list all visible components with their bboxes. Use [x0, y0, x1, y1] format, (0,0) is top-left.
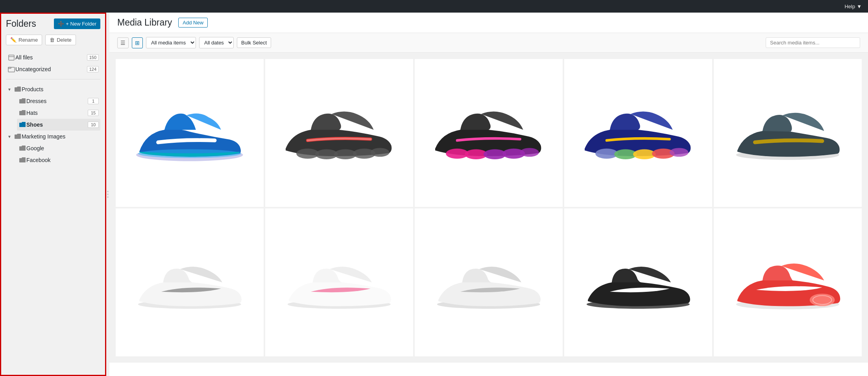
delete-button[interactable]: 🗑 Delete [45, 35, 76, 45]
folder-list: All files 150 Uncategorized 124 ▼ [6, 52, 100, 166]
sidebar-actions: ✏️ Rename 🗑 Delete [6, 35, 100, 45]
folder-group-marketing: ▼ Marketing Images Google [6, 131, 100, 166]
shoe-image-1 [127, 95, 253, 171]
shoes-count: 10 [88, 122, 99, 128]
folder-icon [14, 85, 22, 93]
list-view-button[interactable]: ☰ [117, 37, 129, 48]
trash-icon: 🗑 [50, 37, 55, 43]
folder-icon [18, 109, 26, 117]
media-item[interactable] [564, 59, 712, 207]
folder-icon [18, 97, 26, 105]
uncategorized-label: Uncategorized [15, 66, 87, 72]
folder-icon [18, 144, 26, 152]
shoe-image-6 [127, 245, 253, 320]
shoe-image-10 [725, 245, 851, 320]
media-item[interactable] [415, 208, 563, 356]
hats-count: 15 [88, 110, 99, 116]
list-icon: ☰ [120, 40, 126, 46]
add-new-button[interactable]: Add New [178, 18, 208, 28]
sidebar: Folders ➕ + New Folder ✏️ Rename 🗑 Delet… [0, 13, 106, 376]
divider [6, 79, 100, 79]
bulk-select-button[interactable]: Bulk Select [237, 37, 271, 48]
folder-icon [18, 156, 26, 164]
resizer-handle [107, 191, 109, 198]
shoe-image-7 [276, 245, 402, 320]
products-folder[interactable]: ▼ Products [6, 83, 100, 95]
shoe-image-3 [426, 95, 552, 171]
rename-button[interactable]: ✏️ Rename [6, 35, 42, 45]
new-folder-label: + New Folder [66, 21, 96, 27]
main-header: Media Library Add New [109, 13, 868, 33]
rename-icon: ✏️ [10, 37, 17, 43]
folder-item-facebook[interactable]: Facebook [17, 154, 100, 166]
folder-item-uncategorized[interactable]: Uncategorized 124 [6, 63, 100, 75]
media-item[interactable] [116, 59, 264, 207]
sidebar-title: Folders [6, 18, 36, 29]
media-grid [109, 53, 868, 363]
top-bar: Help ▼ [0, 0, 868, 13]
help-button[interactable]: Help ▼ [844, 4, 862, 9]
media-item[interactable] [265, 208, 413, 356]
main-content: Media Library Add New ☰ ⊞ All media item… [109, 13, 868, 376]
chevron-down-icon: ▼ [7, 135, 11, 139]
folder-item-google[interactable]: Google [17, 142, 100, 154]
svg-point-20 [670, 148, 689, 157]
dresses-count: 1 [88, 98, 99, 104]
media-item[interactable] [116, 208, 264, 356]
sidebar-resizer[interactable] [106, 13, 109, 376]
media-item[interactable] [714, 208, 862, 356]
plus-icon: ➕ [58, 21, 64, 27]
products-label: Products [22, 86, 43, 92]
svg-rect-3 [8, 67, 11, 68]
folder-group-products: ▼ Products Dresses 1 [6, 83, 100, 131]
facebook-label: Facebook [26, 157, 99, 163]
hats-label: Hats [26, 110, 88, 116]
help-label: Help [844, 4, 855, 9]
marketing-label: Marketing Images [22, 133, 65, 140]
folder-item-dresses[interactable]: Dresses 1 [17, 95, 100, 107]
marketing-subfolders: Google Facebook [6, 142, 100, 166]
products-subfolders: Dresses 1 Hats 15 Shoes [6, 95, 100, 131]
page-title: Media Library [117, 17, 172, 28]
sidebar-header: Folders ➕ + New Folder [6, 18, 100, 29]
folder-icon [14, 133, 22, 140]
google-label: Google [26, 145, 99, 151]
chevron-down-icon: ▼ [857, 4, 862, 9]
dates-filter[interactable]: All dates [199, 37, 234, 48]
all-files-label: All files [15, 54, 87, 61]
svg-point-10 [371, 148, 390, 157]
grid-view-button[interactable]: ⊞ [132, 37, 143, 48]
uncategorized-count: 124 [87, 66, 99, 72]
folder-active-icon [18, 121, 26, 129]
dresses-label: Dresses [26, 98, 88, 104]
folder-item-shoes[interactable]: Shoes 10 [17, 119, 100, 131]
media-item[interactable] [265, 59, 413, 207]
shoe-image-9 [575, 245, 701, 320]
all-files-count: 150 [87, 54, 99, 61]
chevron-down-icon: ▼ [7, 87, 11, 92]
svg-point-15 [520, 148, 539, 157]
media-item[interactable] [415, 59, 563, 207]
toolbar: ☰ ⊞ All media items All dates Bulk Selec… [109, 33, 868, 53]
app-layout: Folders ➕ + New Folder ✏️ Rename 🗑 Delet… [0, 13, 868, 376]
media-item[interactable] [564, 208, 712, 356]
file-icon [7, 53, 15, 61]
marketing-folder[interactable]: ▼ Marketing Images [6, 131, 100, 142]
folder-item-hats[interactable]: Hats 15 [17, 107, 100, 119]
media-items-filter[interactable]: All media items [146, 37, 196, 48]
search-input[interactable] [766, 37, 860, 48]
shoe-image-8 [426, 245, 552, 320]
grid-icon: ⊞ [135, 40, 140, 46]
shoe-image-4 [575, 95, 701, 171]
new-folder-button[interactable]: ➕ + New Folder [54, 18, 100, 29]
folder-item-all-files[interactable]: All files 150 [6, 52, 100, 63]
svg-rect-0 [9, 55, 14, 60]
folder-empty-icon [7, 65, 15, 73]
svg-rect-2 [8, 67, 15, 72]
shoes-label: Shoes [26, 122, 88, 128]
shoe-image-5 [725, 95, 851, 171]
shoe-image-2 [276, 95, 402, 171]
media-item[interactable] [714, 59, 862, 207]
